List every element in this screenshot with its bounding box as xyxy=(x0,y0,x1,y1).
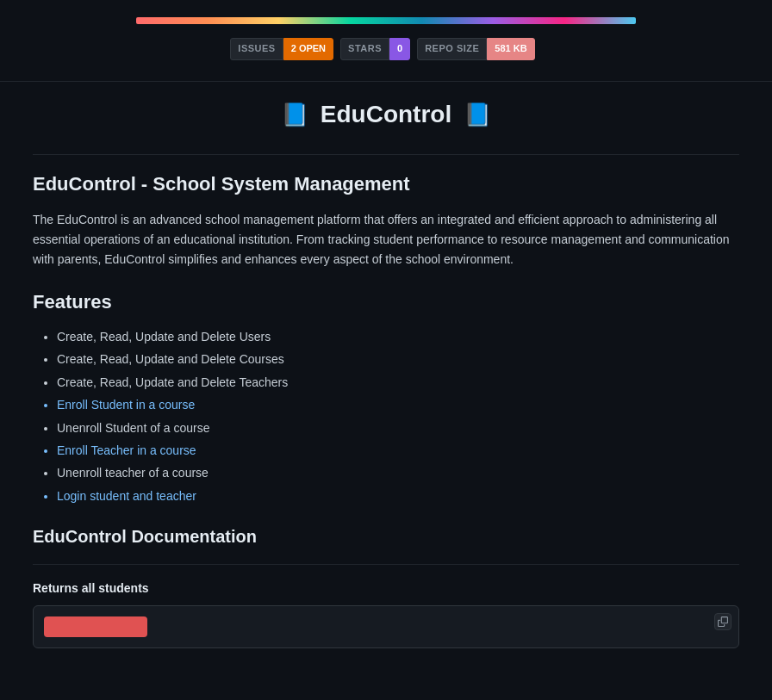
doc-divider xyxy=(33,564,739,565)
main-content: 📘 EduControl 📘 EduControl - School Syste… xyxy=(16,96,756,648)
list-item: Create, Read, Update and Delete Courses xyxy=(57,350,739,369)
list-item: Create, Read, Update and Delete Teachers xyxy=(57,373,739,392)
returns-heading: Returns all students xyxy=(33,579,739,598)
features-heading: Features xyxy=(33,287,739,317)
issues-label: ISSUES xyxy=(230,38,283,60)
stars-badge-group: STARS 0 xyxy=(340,38,410,60)
doc-heading: EduControl Documentation xyxy=(33,523,739,550)
title-divider xyxy=(33,154,739,155)
issues-value[interactable]: 2 OPEN xyxy=(283,38,333,60)
list-item: Create, Read, Update and Delete Users xyxy=(57,327,739,346)
stars-value[interactable]: 0 xyxy=(389,38,410,60)
list-item: Login student and teacher xyxy=(57,486,739,505)
rainbow-bar xyxy=(136,17,636,24)
issues-badge-group: ISSUES 2 OPEN xyxy=(230,38,333,60)
repo-size-badge-group: REPO SIZE 581 KB xyxy=(417,38,534,60)
code-block xyxy=(33,605,739,648)
description-text: The EduControl is an advanced school man… xyxy=(33,210,739,269)
list-item: Unenroll teacher of a course xyxy=(57,463,739,482)
book-icon-left: 📘 xyxy=(281,102,308,127)
page-title-text: EduControl xyxy=(321,101,451,127)
top-divider xyxy=(0,81,772,82)
code-block-content xyxy=(44,616,147,637)
book-icon-right: 📘 xyxy=(464,102,491,127)
repo-size-value: 581 KB xyxy=(487,38,534,60)
badges-row: ISSUES 2 OPEN STARS 0 REPO SIZE 581 KB xyxy=(0,38,772,60)
repo-size-label: REPO SIZE xyxy=(417,38,487,60)
features-list: Create, Read, Update and Delete Users Cr… xyxy=(33,327,739,505)
list-item: Enroll Student in a course xyxy=(57,395,739,414)
page-title: 📘 EduControl 📘 xyxy=(33,96,739,134)
copy-icon[interactable] xyxy=(714,613,732,630)
stars-label: STARS xyxy=(340,38,389,60)
section-heading: EduControl - School System Management xyxy=(33,169,739,199)
list-item: Unenroll Student of a course xyxy=(57,418,739,437)
list-item: Enroll Teacher in a course xyxy=(57,441,739,460)
